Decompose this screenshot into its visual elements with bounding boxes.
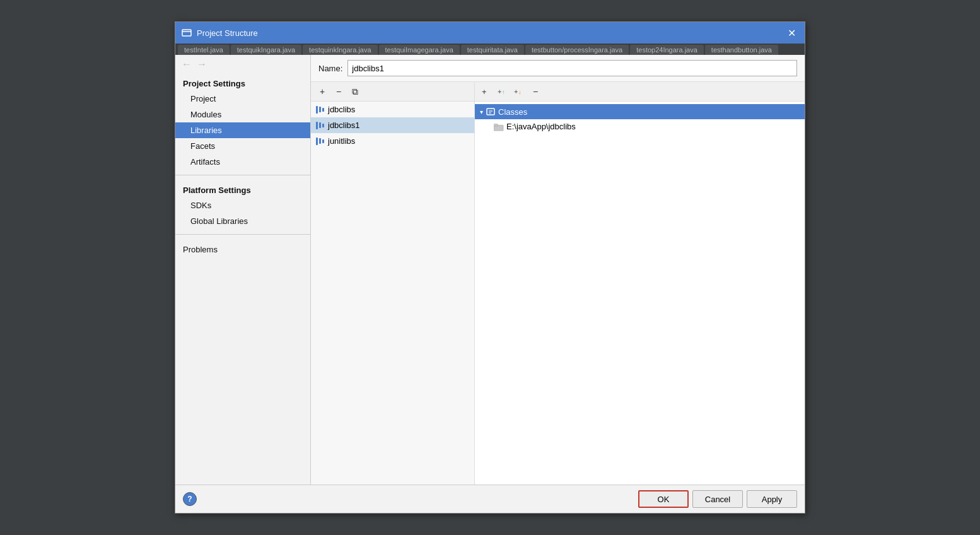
dialog-footer: ? OK Cancel Apply [175,485,805,513]
svg-text:↑: ↑ [502,89,505,95]
library-list: jdbclibs jdbclibs1 [311,102,474,485]
detail-content: ▾ Classes [475,102,805,485]
classes-icon [486,107,496,117]
sidebar-item-global-libraries[interactable]: Global Libraries [175,213,310,229]
tab-5[interactable]: testbutton/processIngara.java [525,45,629,55]
name-label: Name: [318,64,342,73]
list-item-jdbclibs[interactable]: jdbclibs [311,102,474,117]
platform-settings-header: Platform Settings [175,180,310,197]
tab-7[interactable]: testhandbutton.java [705,45,778,55]
library-icon-3 [316,138,324,145]
ok-button[interactable]: OK [638,490,689,508]
library-list-panel: + − ⧉ jdbclibs [311,82,475,485]
name-input[interactable] [347,60,797,76]
remove-detail-button[interactable]: − [528,85,543,98]
project-settings-header: Project Settings [175,74,310,91]
tab-2[interactable]: testquinkIngara.java [303,45,377,55]
tab-1[interactable]: testquikIngara.java [231,45,301,55]
chevron-down-icon: ▾ [480,109,483,115]
middle-panel: + − ⧉ jdbclibs [311,82,805,485]
dialog-body: ← → Project Settings Project Modules Lib… [175,55,805,485]
title-bar: Project Structure ✕ [175,22,805,44]
title-bar-left: Project Structure [182,28,258,38]
tree-row-path[interactable]: E:\javaApp\jdbclibs [475,119,805,134]
tree-row-classes[interactable]: ▾ Classes [475,104,805,119]
sidebar-divider-2 [175,234,310,235]
back-button[interactable]: ← [180,59,193,70]
sidebar-item-facets[interactable]: Facets [175,138,310,154]
svg-text:↓: ↓ [518,89,522,95]
forward-button[interactable]: → [195,59,208,70]
path-label: E:\javaApp\jdbclibs [506,122,576,131]
cancel-button[interactable]: Cancel [692,490,743,508]
svg-rect-11 [494,124,498,126]
list-item-label: junitlibs [328,136,355,146]
list-item-label: jdbclibs1 [328,121,360,130]
main-panel: Name: + − ⧉ [311,55,805,485]
dialog-title: Project Structure [197,28,258,38]
list-toolbar: + − ⧉ [311,82,474,102]
tab-4[interactable]: testquiritata.java [461,45,524,55]
sidebar-item-modules[interactable]: Modules [175,107,310,122]
tab-3[interactable]: testquiImagegara.java [379,45,460,55]
detail-panel: + + ↑ + ↓ [475,82,805,485]
tab-6[interactable]: testop24Ingara.java [630,45,704,55]
folder-icon [494,122,504,131]
remove-library-button[interactable]: − [331,85,346,98]
add-classes-button[interactable]: + [479,85,494,98]
list-item-jdbclibs1[interactable]: jdbclibs1 [311,117,474,133]
svg-text:+: + [498,88,501,95]
detail-toolbar: + + ↑ + ↓ [475,82,805,102]
svg-text:+: + [514,88,518,95]
sidebar-item-artifacts[interactable]: Artifacts [175,154,310,170]
close-button[interactable]: ✕ [785,26,798,40]
help-button[interactable]: ? [183,492,197,506]
list-item-label: jdbclibs [328,105,355,114]
add-library-button[interactable]: + [315,85,330,98]
classes-label: Classes [498,107,527,117]
sidebar-item-project[interactable]: Project [175,91,310,107]
nav-back-buttons: ← → [175,55,310,74]
sidebar-item-libraries[interactable]: Libraries [175,122,310,138]
svg-rect-7 [487,109,494,115]
library-icon-2 [316,122,324,129]
sidebar: ← → Project Settings Project Modules Lib… [175,55,311,485]
top-tab-bar: testIntel.java testquikIngara.java testq… [175,44,805,55]
apply-button[interactable]: Apply [747,490,797,508]
name-bar: Name: [311,55,805,82]
library-icon-1 [316,106,324,114]
list-item-junitlibs[interactable]: junitlibs [311,133,474,149]
platform-settings-section: Platform Settings SDKs Global Libraries [175,180,310,229]
svg-text:+: + [482,87,487,96]
add-javadoc-button[interactable]: + ↓ [511,85,527,98]
project-settings-section: Project Settings Project Modules Librari… [175,74,310,170]
sidebar-item-sdks[interactable]: SDKs [175,197,310,213]
tab-0[interactable]: testIntel.java [178,45,230,55]
project-structure-dialog: Project Structure ✕ testIntel.java testq… [175,21,805,514]
add-sources-button[interactable]: + ↑ [495,85,510,98]
copy-library-button[interactable]: ⧉ [347,85,363,98]
sidebar-item-problems[interactable]: Problems [175,240,310,259]
dialog-icon [182,28,192,38]
sidebar-divider-1 [175,175,310,175]
svg-rect-0 [182,30,191,36]
